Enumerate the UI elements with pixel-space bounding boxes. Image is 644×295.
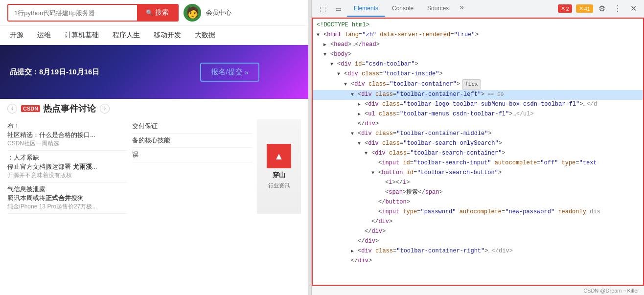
logo-icon: ▲ <box>274 151 284 162</box>
code-line-div-close-3: ▶ </div> <box>313 227 643 237</box>
news-item-1-sub: CSDN社区一周精选 <box>7 139 127 148</box>
code-line-div-close-5: ▶ </div> <box>313 256 643 266</box>
tab-sources[interactable]: Sources <box>420 1 456 17</box>
code-line-input-password: ▶ <input type="password" autocomplete="n… <box>313 207 643 217</box>
nav-item-life[interactable]: 程序人生 <box>113 31 140 40</box>
code-line-span-search: ▶ <span> 搜索 </span> <box>313 188 643 198</box>
code-line-input-search: ▶ <input id="toolbar-search-input" autoc… <box>313 159 643 168</box>
search-icon: 🔍 <box>146 9 153 16</box>
search-button-label: 搜索 <box>155 8 169 17</box>
company-logo: ▲ <box>267 144 291 168</box>
warning-badge: ✕ 41 <box>576 4 593 13</box>
code-line-csdn-toolbar: ▼ <div id="csdn-toolbar" > <box>313 60 643 69</box>
nav-item-cs[interactable]: 计算机基础 <box>65 31 99 40</box>
code-line-toolbar-logo: ▶ <div class="toolbar-logo toolbar-subMe… <box>313 100 643 110</box>
inspect-element-button[interactable]: ⬚ <box>316 2 329 16</box>
top-bar: 🔍 搜索 🧑 会员中心 <box>0 0 308 26</box>
code-line-doctype: <!DOCTYPE html> <box>313 21 643 30</box>
error-icon: ✕ <box>561 5 565 12</box>
error-count: 2 <box>566 6 569 12</box>
search-button[interactable]: 🔍 搜索 <box>137 5 178 21</box>
news-item-1-main: 社区精选：什么是合格的接口... <box>7 131 127 139</box>
news-item-5-sub: 纯金iPhone 13 Pro起售价27万极... <box>7 203 127 211</box>
news-item-1-title: 布！ <box>7 122 127 131</box>
banner-text: 品提交：8月19日-10月16日 <box>10 68 99 77</box>
news-item-6-label: 误 <box>132 150 252 159</box>
devtools-footer: CSDN @Dream→Killer <box>312 286 644 295</box>
left-panel: 🔍 搜索 🧑 会员中心 开源 运维 计算机基础 程序人生 移动开发 大数据 品提… <box>0 0 308 295</box>
section-title: CSDN 热点事件讨论 <box>21 103 96 114</box>
code-line-head: ▶ <head> … </head> <box>313 40 643 50</box>
devtools-settings: ✕ 2 ✕ 41 ⚙ ⋮ ✕ <box>556 2 640 16</box>
code-line-toolbar-inside: ▼ <div class="toolbar-inside" > <box>313 69 643 79</box>
close-devtools-button[interactable]: ✕ <box>626 2 640 16</box>
news-col-right: 交付保证 备的核心技能 误 <box>132 119 252 214</box>
news-item-5-title: 腾讯本周或将正式合并搜狗 <box>7 194 127 203</box>
code-line-toolbar-container-right: ▶ <div class="toolbar-container-right" >… <box>313 247 643 256</box>
code-line-html-open: ▼ <html lang="zh" data-server-rendered="… <box>313 30 643 40</box>
more-icon: ⋮ <box>614 4 621 13</box>
company-name: 穿山 <box>273 171 285 180</box>
nav-item-bigdata[interactable]: 大数据 <box>195 31 215 40</box>
banner-button-label: 报名/提交 <box>211 68 242 77</box>
code-line-toolbar-search-container: ▼ <div class="toolbar-search-container" … <box>313 149 643 159</box>
code-line-div-close-4: ▶ </div> <box>313 237 643 247</box>
settings-button[interactable]: ⚙ <box>595 2 609 16</box>
news-item-1[interactable]: 布！ 社区精选：什么是合格的接口... CSDN社区一周精选 <box>7 119 127 151</box>
nav-item-mobile[interactable]: 移动开发 <box>154 31 181 40</box>
more-options-button[interactable]: ⋮ <box>611 2 624 16</box>
code-line-toolbar-menus: ▶ <ul class="toolbar-menus csdn-toolbar-… <box>313 110 643 119</box>
news-item-5-label: 气信息被泄露 <box>7 185 127 194</box>
warning-count: 41 <box>584 6 590 12</box>
news-item-2-label: 交付保证 <box>132 122 252 131</box>
news-item-6[interactable]: 误 <box>132 148 252 162</box>
nav-bar: 开源 运维 计算机基础 程序人生 移动开发 大数据 <box>0 26 308 45</box>
tab-console[interactable]: Console <box>385 1 420 17</box>
code-line-toolbar-container: ▼ <div class="toolbar-container" > flex <box>313 79 643 90</box>
code-line-toolbar-container-left[interactable]: ▼ <div class="toolbar-container-left" > … <box>313 90 643 100</box>
news-item-5[interactable]: 气信息被泄露 腾讯本周或将正式合并搜狗 纯金iPhone 13 Pro起售价27… <box>7 182 127 214</box>
close-icon: ✕ <box>630 4 637 13</box>
news-item-4-label: 备的核心技能 <box>132 136 252 145</box>
member-text[interactable]: 会员中心 <box>206 8 231 17</box>
inspect-icon: ⬚ <box>320 5 326 13</box>
news-item-4[interactable]: 备的核心技能 <box>132 134 252 148</box>
code-line-body: ▼ <body> <box>313 50 643 60</box>
devtools-code-content[interactable]: <!DOCTYPE html> ▼ <html lang="zh" data-s… <box>312 18 644 286</box>
warning-icon: ✕ <box>579 5 583 12</box>
footer-text: CSDN @Dream→Killer <box>583 288 639 294</box>
device-icon: ▭ <box>335 5 342 13</box>
settings-icon: ⚙ <box>598 4 605 13</box>
section-header: ‹ CSDN 热点事件讨论 › <box>0 99 308 117</box>
devtools-toolbar: ⬚ ▭ Elements Console Sources » ✕ 2 ✕ 41 <box>312 0 644 18</box>
news-item-2[interactable]: 交付保证 <box>132 119 252 134</box>
device-toggle-button[interactable]: ▭ <box>331 2 345 16</box>
banner: 品提交：8月19日-10月16日 报名/提交 » <box>0 45 308 99</box>
tab-elements[interactable]: Elements <box>347 1 385 17</box>
dollar-zero: == $0 <box>487 91 504 99</box>
search-box: 🔍 搜索 <box>7 4 179 22</box>
news-item-3[interactable]: ：人才紧缺 停止官方文档搬运部署 尤雨溪... 开源并不意味着没有版权 <box>7 151 127 182</box>
news-col-left: 布！ 社区精选：什么是合格的接口... CSDN社区一周精选 ：人才紧缺 停止官… <box>7 119 127 214</box>
prev-arrow[interactable]: ‹ <box>7 104 17 113</box>
next-arrow[interactable]: › <box>100 104 110 113</box>
error-badge: ✕ 2 <box>558 4 572 13</box>
news-item-3-title: 停止官方文档搬运部署 尤雨溪... <box>7 162 127 171</box>
avatar: 🧑 <box>184 4 201 22</box>
code-line-button-close: ▶ </button> <box>313 198 643 207</box>
nav-item-ops[interactable]: 运维 <box>37 31 51 40</box>
code-line-div-close-2: ▶ </div> <box>313 217 643 227</box>
code-line-toolbar-search: ▼ <div class="toolbar-search onlySearch"… <box>313 139 643 149</box>
csdn-badge: CSDN <box>21 105 40 112</box>
arrow-icon: » <box>245 68 249 76</box>
more-tabs-button[interactable]: » <box>456 1 468 17</box>
company-sub: 行业资讯 <box>268 182 290 189</box>
banner-button[interactable]: 报名/提交 » <box>200 63 259 82</box>
devtools-tabs: Elements Console Sources » <box>347 1 554 17</box>
news-list: 布！ 社区精选：什么是合格的接口... CSDN社区一周精选 ：人才紧缺 停止官… <box>0 117 308 216</box>
search-input[interactable] <box>8 6 137 20</box>
code-line-i: ▶ <i></i> <box>313 178 643 188</box>
section-title-text: 热点事件讨论 <box>43 103 96 114</box>
nav-item-opensource[interactable]: 开源 <box>10 31 23 40</box>
code-line-toolbar-container-middle: ▼ <div class="toolbar-container-middle" … <box>313 129 643 139</box>
